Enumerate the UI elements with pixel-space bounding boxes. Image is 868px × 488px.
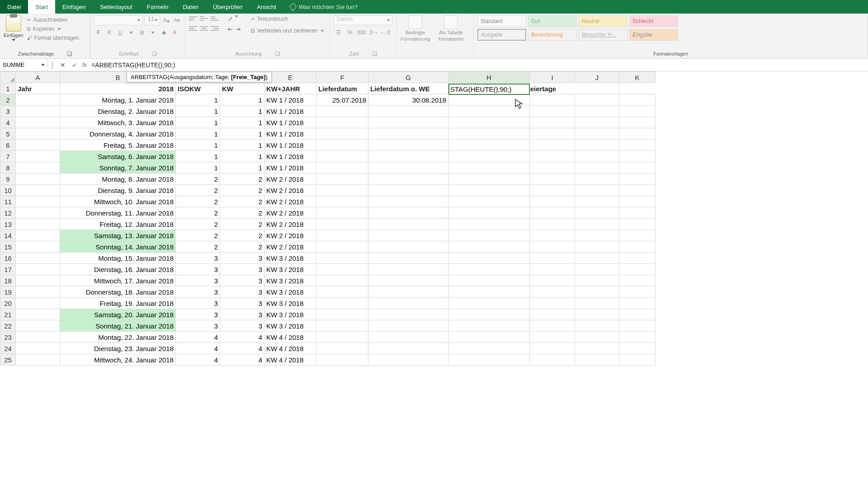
row-header[interactable]: 6 [0, 140, 16, 151]
cell[interactable]: 4 [220, 354, 264, 366]
style-eingabe[interactable]: Eingabe [629, 29, 678, 41]
cell[interactable]: 3 [176, 309, 220, 320]
cell[interactable] [368, 140, 448, 151]
cell[interactable]: 30.08.2018 [368, 94, 448, 106]
cell[interactable] [448, 286, 530, 298]
cell[interactable] [16, 140, 60, 151]
align-right-button[interactable] [211, 25, 219, 32]
cell[interactable] [619, 275, 656, 286]
cell[interactable]: KW 2 / 2018 [264, 219, 316, 230]
cell[interactable] [368, 309, 448, 320]
cell[interactable]: KW 4 / 2018 [264, 343, 316, 354]
cell[interactable] [575, 196, 619, 207]
decrease-decimal-button[interactable]: ←.0 [381, 28, 390, 37]
cell[interactable] [316, 309, 368, 320]
cell[interactable] [448, 162, 530, 174]
cell[interactable] [619, 117, 656, 128]
cell[interactable] [575, 309, 619, 320]
cell[interactable]: KW 3 / 2018 [264, 298, 316, 309]
cell[interactable] [575, 332, 619, 343]
cell[interactable] [16, 94, 60, 106]
cell[interactable]: KW 3 / 2018 [264, 309, 316, 320]
cell[interactable] [448, 117, 530, 128]
cell[interactable] [530, 207, 575, 219]
cell[interactable] [530, 174, 575, 185]
cell[interactable] [619, 219, 656, 230]
cell[interactable] [316, 264, 368, 275]
cancel-formula-button[interactable]: ✕ [57, 61, 69, 69]
cell[interactable] [448, 230, 530, 241]
align-middle-button[interactable] [200, 15, 208, 22]
style-gut[interactable]: Gut [528, 15, 577, 27]
cell[interactable] [16, 162, 60, 174]
cell[interactable] [316, 286, 368, 298]
cell[interactable] [575, 275, 619, 286]
cell[interactable]: 2 [220, 219, 264, 230]
cell[interactable]: Montag, 8. Januar 2018 [60, 174, 176, 185]
cell[interactable]: 1 [220, 151, 264, 162]
cell[interactable] [368, 241, 448, 253]
cell[interactable] [16, 230, 60, 241]
cell[interactable] [575, 286, 619, 298]
cell[interactable]: 1 [220, 162, 264, 174]
cell[interactable]: 1 [176, 151, 220, 162]
cell[interactable]: Dienstag, 9. Januar 2018 [60, 185, 176, 196]
format-as-table-button[interactable]: Als Tabelle formatieren [438, 15, 463, 42]
cell[interactable] [16, 196, 60, 207]
increase-font-button[interactable]: A▴ [162, 16, 171, 25]
cell[interactable] [575, 106, 619, 117]
cell[interactable] [530, 309, 575, 320]
cell[interactable] [575, 343, 619, 354]
cell[interactable] [316, 151, 368, 162]
cell[interactable] [368, 286, 448, 298]
cell[interactable] [368, 253, 448, 264]
col-header-H[interactable]: H [448, 72, 530, 83]
increase-decimal-button[interactable]: .0→ [369, 28, 378, 37]
percent-format-button[interactable]: % [345, 28, 354, 37]
format-painter-button[interactable]: 🖌Format übertragen [26, 34, 80, 42]
cell[interactable] [448, 343, 530, 354]
increase-indent-button[interactable]: ⇥ [236, 26, 241, 33]
cell[interactable] [448, 128, 530, 140]
cell[interactable] [448, 298, 530, 309]
cell[interactable] [16, 343, 60, 354]
cell[interactable] [530, 354, 575, 366]
cell[interactable] [368, 320, 448, 332]
row-header[interactable]: 16 [0, 253, 16, 264]
cell[interactable]: KW 3 / 2018 [264, 275, 316, 286]
enter-formula-button[interactable]: ✓ [69, 61, 80, 69]
cell[interactable] [316, 298, 368, 309]
cell[interactable] [448, 151, 530, 162]
cell[interactable] [619, 343, 656, 354]
cell[interactable] [368, 207, 448, 219]
cell[interactable] [575, 320, 619, 332]
cell[interactable]: 4 [220, 343, 264, 354]
cell[interactable] [316, 332, 368, 343]
row-header[interactable]: 1 [0, 83, 16, 94]
cell[interactable]: 3 [176, 286, 220, 298]
cell[interactable] [368, 128, 448, 140]
borders-button[interactable]: ⊞ [137, 28, 146, 37]
cell[interactable] [316, 106, 368, 117]
cell[interactable]: 3 [220, 286, 264, 298]
row-header[interactable]: 24 [0, 343, 16, 354]
style-schlecht[interactable]: Schlecht [629, 15, 678, 27]
cell[interactable]: 3 [176, 253, 220, 264]
cell[interactable] [368, 151, 448, 162]
cell[interactable]: ISOKW [176, 83, 220, 94]
cell[interactable] [619, 185, 656, 196]
cell[interactable]: KW 1 / 2018 [264, 162, 316, 174]
col-header-J[interactable]: J [575, 72, 619, 83]
col-header-G[interactable]: G [368, 72, 448, 83]
cell[interactable]: 2018 [60, 83, 176, 94]
cell[interactable] [16, 174, 60, 185]
fill-color-button[interactable]: ◆ [159, 28, 168, 37]
dialog-launcher-icon[interactable] [67, 52, 72, 56]
menu-tab-seitenlayout[interactable]: Seitenlayout [93, 0, 140, 14]
cell[interactable] [16, 117, 60, 128]
cell[interactable] [575, 230, 619, 241]
cell[interactable] [530, 117, 575, 128]
cell[interactable] [16, 207, 60, 219]
cell[interactable] [619, 264, 656, 275]
cell[interactable] [16, 320, 60, 332]
